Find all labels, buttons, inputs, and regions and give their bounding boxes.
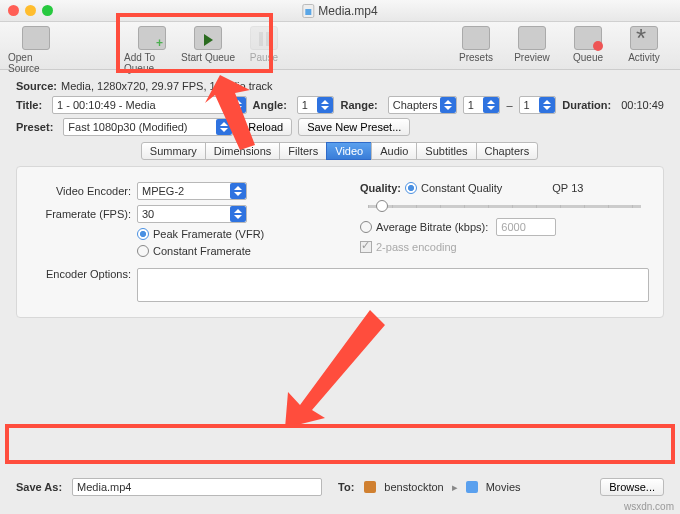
range-to-select[interactable]: 1 [519,96,557,114]
tab-audio[interactable]: Audio [371,142,417,160]
window-title-group: Media.mp4 [302,4,377,18]
twopass-checkbox [360,241,372,253]
title-label: Title: [16,99,42,111]
activity-icon [630,26,658,50]
pause-icon [250,26,278,50]
duration-value: 00:10:49 [621,99,664,111]
pause-label: Pause [250,52,278,63]
activity-button[interactable]: Activity [616,26,672,63]
tab-video[interactable]: Video [326,142,372,160]
annotation-highlight-footer [5,424,675,464]
angle-select[interactable]: 1 [297,96,335,114]
quality-label: Quality: [360,182,401,194]
qp-value: 13 [571,182,583,194]
window-title: Media.mp4 [318,4,377,18]
chevron-down-icon [230,183,246,199]
tab-chapters[interactable]: Chapters [476,142,539,160]
source-label: Source: [16,80,57,92]
chevron-down-icon [230,97,246,113]
slider-thumb[interactable] [376,200,388,212]
preview-button[interactable]: Preview [504,26,560,63]
qp-label: QP [552,182,568,194]
presets-label: Presets [459,52,493,63]
toolbar: Open Source Add To Queue Start Queue Pau… [0,22,680,70]
browse-button[interactable]: Browse... [600,478,664,496]
path-folder[interactable]: Movies [486,481,521,493]
close-icon[interactable] [8,5,19,16]
svg-marker-1 [285,310,385,428]
range-type-select[interactable]: Chapters [388,96,457,114]
encopts-label: Encoder Options: [31,268,131,280]
document-icon [302,4,314,18]
encoder-label: Video Encoder: [31,185,131,197]
add-to-queue-icon [138,26,166,50]
pause-button[interactable]: Pause [236,26,292,63]
queue-button[interactable]: Queue [560,26,616,63]
annotation-arrow-down [270,310,390,430]
preset-label: Preset: [16,121,53,133]
constant-fr-label: Constant Framerate [153,245,251,257]
tab-filters[interactable]: Filters [279,142,327,160]
watermark: wsxdn.com [624,501,674,512]
zoom-icon[interactable] [42,5,53,16]
chevron-down-icon [539,97,555,113]
title-value: 1 - 00:10:49 - Media [57,99,155,111]
chevron-down-icon [230,206,246,222]
to-label: To: [338,481,354,493]
constant-fr-radio[interactable] [137,245,149,257]
path-user[interactable]: benstockton [384,481,443,493]
peak-vfr-radio[interactable] [137,228,149,240]
film-icon [22,26,50,50]
quality-slider[interactable] [368,199,641,213]
chevron-right-icon: ▸ [452,481,458,494]
minimize-icon[interactable] [25,5,36,16]
start-queue-label: Start Queue [181,52,235,63]
chevron-down-icon [483,97,499,113]
avg-bitrate-label: Average Bitrate (kbps): [376,221,488,233]
home-icon [364,481,376,493]
footer: Save As: Media.mp4 To: benstockton ▸ Mov… [0,470,680,504]
chevron-down-icon [216,119,232,135]
constant-quality-label: Constant Quality [421,182,502,194]
tab-subtitles[interactable]: Subtitles [416,142,476,160]
queue-label: Queue [573,52,603,63]
preset-select[interactable]: Fast 1080p30 (Modified) [63,118,233,136]
encopts-field[interactable] [137,268,649,302]
source-value: Media, 1280x720, 29.97 FPS, 1 audio trac… [61,80,273,92]
encoder-select[interactable]: MPEG-2 [137,182,247,200]
reload-preset-button[interactable]: Reload [239,118,292,136]
peak-vfr-label: Peak Framerate (VFR) [153,228,264,240]
avg-bitrate-radio[interactable] [360,221,372,233]
angle-label: Angle: [253,99,287,111]
chevron-down-icon [440,97,456,113]
window-controls [8,5,53,16]
start-queue-button[interactable]: Start Queue [180,26,236,63]
content: Source: Media, 1280x720, 29.97 FPS, 1 au… [0,70,680,318]
fps-select[interactable]: 30 [137,205,247,223]
title-select[interactable]: 1 - 00:10:49 - Media [52,96,247,114]
save-new-preset-button[interactable]: Save New Preset... [298,118,410,136]
preview-label: Preview [514,52,550,63]
play-icon [194,26,222,50]
saveas-label: Save As: [16,481,62,493]
folder-icon [466,481,478,493]
fps-label: Framerate (FPS): [31,208,131,220]
titlebar: Media.mp4 [0,0,680,22]
constant-quality-radio[interactable] [405,182,417,194]
avg-bitrate-field[interactable]: 6000 [496,218,556,236]
open-source-button[interactable]: Open Source [8,26,64,74]
saveas-field[interactable]: Media.mp4 [72,478,322,496]
chevron-down-icon [317,97,333,113]
tab-dimensions[interactable]: Dimensions [205,142,280,160]
duration-label: Duration: [562,99,611,111]
twopass-label: 2-pass encoding [376,241,457,253]
video-panel: Video Encoder: MPEG-2 Framerate (FPS): 3… [16,166,664,318]
presets-button[interactable]: Presets [448,26,504,63]
preview-icon [518,26,546,50]
tab-summary[interactable]: Summary [141,142,206,160]
open-source-label: Open Source [8,52,64,74]
add-to-queue-label: Add To Queue [124,52,180,74]
range-from-select[interactable]: 1 [463,96,501,114]
queue-icon [574,26,602,50]
add-to-queue-button[interactable]: Add To Queue [124,26,180,74]
